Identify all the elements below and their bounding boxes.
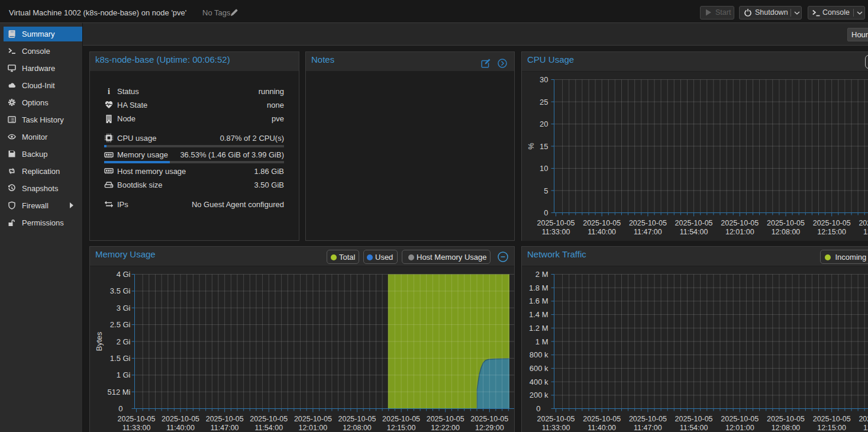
svg-text:2025-10-05: 2025-10-05 [767,219,805,227]
svg-text:2025-10-05: 2025-10-05 [537,219,575,227]
svg-text:2.5 Gi: 2.5 Gi [110,320,131,329]
svg-text:11:40:00: 11:40:00 [588,228,616,236]
svg-text:2025-10-05: 2025-10-05 [206,415,244,423]
svg-text:2025-10-05: 2025-10-05 [294,415,332,423]
svg-text:Bytes: Bytes [95,331,104,351]
svg-text:12:15:00: 12:15:00 [817,424,846,432]
svg-text:2025-10-05: 2025-10-05 [629,415,667,423]
svg-text:20: 20 [540,120,548,128]
svg-text:12:01:00: 12:01:00 [725,228,754,236]
svg-text:5: 5 [544,186,548,195]
svg-text:2025-10-05: 2025-10-05 [675,415,713,423]
svg-text:2025-10-05: 2025-10-05 [250,415,288,423]
svg-text:1.4 M: 1.4 M [529,310,548,319]
svg-text:2025-10-05: 2025-10-05 [427,415,464,423]
svg-text:2025-10-05: 2025-10-05 [382,415,420,423]
svg-text:12:15:00: 12:15:00 [387,424,416,432]
svg-text:2025-10-05: 2025-10-05 [675,219,713,227]
svg-text:11:54:00: 11:54:00 [254,424,283,432]
svg-text:1 Gi: 1 Gi [117,370,131,379]
svg-text:12:01:00: 12:01:00 [725,424,754,432]
svg-text:1.6 M: 1.6 M [529,296,548,305]
svg-text:600 k: 600 k [530,364,548,373]
svg-text:15: 15 [540,142,548,151]
svg-text:0: 0 [544,208,548,217]
svg-text:800 k: 800 k [530,350,548,359]
svg-text:2025-10-05: 2025-10-05 [537,415,575,423]
svg-text:12:08:00: 12:08:00 [772,228,801,236]
svg-text:1.2 M: 1.2 M [529,324,548,333]
svg-text:12:22:00: 12:22:00 [863,228,868,236]
svg-text:2025-10-05: 2025-10-05 [813,219,851,227]
svg-text:%: % [527,143,535,150]
svg-text:3 Gi: 3 Gi [117,304,131,312]
svg-text:2025-10-05: 2025-10-05 [859,219,868,227]
svg-text:2025-10-05: 2025-10-05 [583,219,621,227]
svg-text:12:29:00: 12:29:00 [475,424,504,432]
svg-text:12:22:00: 12:22:00 [863,424,868,432]
svg-text:1 M: 1 M [535,337,548,346]
svg-text:11:40:00: 11:40:00 [588,424,616,432]
svg-text:11:33:00: 11:33:00 [542,424,570,432]
svg-text:200 k: 200 k [530,391,548,399]
svg-text:2 M: 2 M [535,270,548,279]
svg-text:11:47:00: 11:47:00 [634,424,662,432]
svg-text:2025-10-05: 2025-10-05 [583,415,621,423]
svg-text:0: 0 [536,404,540,413]
svg-text:12:08:00: 12:08:00 [343,424,372,432]
svg-text:400 k: 400 k [530,378,548,386]
svg-text:11:54:00: 11:54:00 [680,424,708,432]
svg-text:12:08:00: 12:08:00 [772,424,801,432]
svg-text:12:01:00: 12:01:00 [299,424,328,432]
svg-text:2025-10-05: 2025-10-05 [813,415,851,423]
svg-text:2025-10-05: 2025-10-05 [338,415,376,423]
svg-text:30: 30 [540,75,548,84]
svg-text:12:22:00: 12:22:00 [431,424,460,432]
svg-text:4 Gi: 4 Gi [117,270,131,279]
svg-text:0: 0 [118,404,122,413]
svg-text:512 Mi: 512 Mi [107,388,130,396]
svg-text:2025-10-05: 2025-10-05 [162,415,199,423]
svg-text:2 Gi: 2 Gi [117,337,131,346]
svg-text:25: 25 [540,98,548,107]
svg-text:2025-10-05: 2025-10-05 [118,415,156,423]
svg-text:2025-10-05: 2025-10-05 [629,219,667,227]
svg-text:3.5 Gi: 3.5 Gi [110,286,131,295]
svg-text:12:15:00: 12:15:00 [817,228,846,236]
svg-text:2025-10-05: 2025-10-05 [721,415,759,423]
svg-text:11:33:00: 11:33:00 [542,228,570,236]
svg-text:1.5 Gi: 1.5 Gi [110,354,131,363]
svg-text:11:40:00: 11:40:00 [166,424,195,432]
svg-text:2025-10-05: 2025-10-05 [767,415,805,423]
svg-text:11:47:00: 11:47:00 [634,228,662,236]
svg-text:2025-10-05: 2025-10-05 [470,415,508,423]
svg-text:11:33:00: 11:33:00 [122,424,151,432]
svg-text:11:47:00: 11:47:00 [211,424,239,432]
svg-text:1.8 M: 1.8 M [529,283,548,292]
svg-text:2025-10-05: 2025-10-05 [721,219,759,227]
svg-text:2025-10-05: 2025-10-05 [859,415,868,423]
svg-text:11:54:00: 11:54:00 [680,228,708,236]
svg-text:10: 10 [540,164,548,173]
